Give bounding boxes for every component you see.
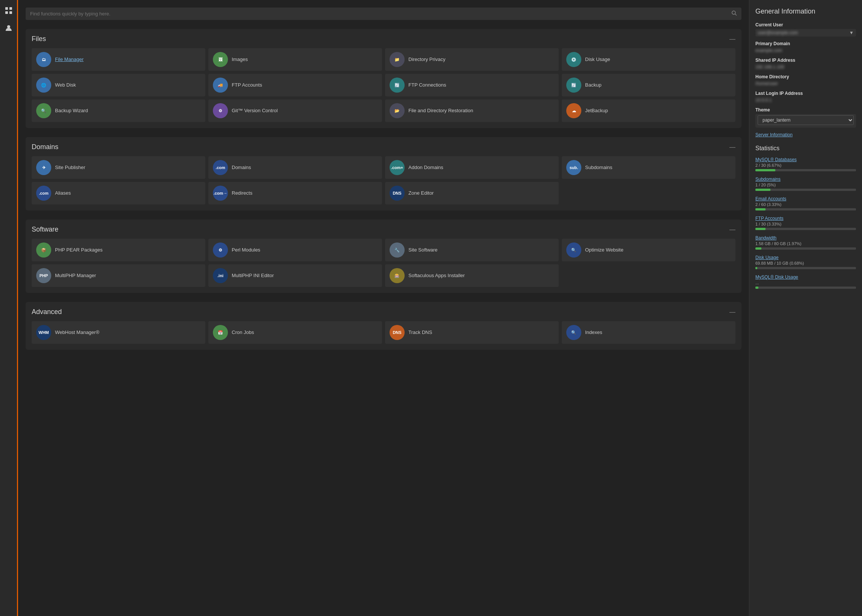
section-header-software: Software— [32, 226, 735, 233]
grid-item-images[interactable]: 🖼Images [208, 48, 382, 71]
grid-item-track-dns[interactable]: DNSTrack DNS [385, 321, 559, 344]
grid-item-web-disk[interactable]: 🌐Web Disk [32, 74, 205, 96]
grid-item-jetbackup[interactable]: ☁JetBackup [562, 99, 735, 122]
multiphp-manager-label: MultiPHP Manager [55, 273, 96, 279]
collapse-icon-domains[interactable]: — [730, 144, 735, 151]
section-title-domains: Domains [32, 143, 58, 151]
svg-rect-0 [5, 7, 8, 10]
multiphp-ini-label: MultiPHP INI Editor [232, 273, 274, 279]
stat-link-bandwidth[interactable]: Bandwidth [755, 235, 856, 240]
images-icon: 🖼 [213, 52, 228, 67]
collapse-icon-files[interactable]: — [730, 36, 735, 42]
grid-item-ftp-accounts[interactable]: 🚚FTP Accounts [208, 74, 382, 96]
theme-select[interactable]: paper_lantern [758, 115, 854, 125]
items-grid-software: 📦PHP PEAR Packages⚙Perl Modules🔧Site Sof… [32, 239, 735, 287]
grid-item-file-manager[interactable]: 🗂File Manager [32, 48, 205, 71]
perl-modules-icon: ⚙ [213, 242, 228, 258]
grid-item-multiphp-manager[interactable]: PHPMultiPHP Manager [32, 264, 205, 287]
stat-bar-fill-disk-usage [755, 267, 757, 269]
stat-bar-track-subdomains [755, 189, 856, 191]
grid-item-redirects[interactable]: .com→Redirects [208, 182, 382, 204]
collapse-icon-software[interactable]: — [730, 226, 735, 233]
dropdown-arrow-icon[interactable]: ▼ [849, 30, 854, 35]
grid-item-subdomains[interactable]: sub.Subdomains [562, 156, 735, 179]
images-label: Images [232, 57, 248, 63]
collapse-icon-advanced[interactable]: — [730, 309, 735, 316]
stat-link-email-accounts[interactable]: Email Accounts [755, 196, 856, 201]
stat-value-mysql-databases: 2 / 30 (6.67%) [755, 163, 856, 168]
grid-item-directory-privacy[interactable]: 📁Directory Privacy [385, 48, 559, 71]
primary-domain-label: Primary Domain [755, 41, 856, 46]
grid-item-domains[interactable]: .comDomains [208, 156, 382, 179]
server-info-link[interactable]: Server Information [755, 132, 856, 137]
grid-item-perl-modules[interactable]: ⚙Perl Modules [208, 239, 382, 261]
stat-link-mysql-disk-usage[interactable]: MySQL® Disk Usage [755, 275, 856, 280]
grid-item-addon-domains[interactable]: .com+Addon Domains [385, 156, 559, 179]
grid-item-ftp-connections[interactable]: 🔄FTP Connections [385, 74, 559, 96]
grid-item-indexes[interactable]: 🔍Indexes [562, 321, 735, 344]
site-publisher-label: Site Publisher [55, 165, 85, 171]
stat-link-disk-usage[interactable]: Disk Usage [755, 255, 856, 260]
section-header-domains: Domains— [32, 143, 735, 151]
shared-ip-value: 192.168.1.100 [755, 64, 856, 70]
search-input[interactable] [30, 11, 732, 17]
file-directory-restoration-icon: 📂 [389, 103, 405, 118]
jetbackup-label: JetBackup [585, 108, 608, 114]
grid-item-site-publisher[interactable]: ✈Site Publisher [32, 156, 205, 179]
section-advanced: Advanced—WHMWebHost Manager®📅Cron JobsDN… [25, 302, 741, 350]
grid-item-git-version-control[interactable]: ⚙Git™ Version Control [208, 99, 382, 122]
grid-item-multiphp-ini[interactable]: .iniMultiPHP INI Editor [208, 264, 382, 287]
section-title-files: Files [32, 35, 46, 43]
home-directory-value: /home/user [755, 81, 856, 86]
theme-label: Theme [755, 107, 856, 113]
track-dns-icon: DNS [389, 325, 405, 340]
grid-nav-icon[interactable] [2, 4, 16, 17]
right-panel: General Information Current User user@ex… [749, 0, 862, 616]
stat-bar-track-mysql-databases [755, 169, 856, 171]
grid-item-backup[interactable]: 🔄Backup [562, 74, 735, 96]
grid-item-whm[interactable]: WHMWebHost Manager® [32, 321, 205, 344]
svg-rect-3 [9, 11, 12, 14]
grid-item-site-software[interactable]: 🔧Site Software [385, 239, 559, 261]
git-version-control-icon: ⚙ [213, 103, 228, 118]
main-content: Files—🗂File Manager🖼Images📁Directory Pri… [18, 0, 749, 616]
stat-bar-fill-subdomains [755, 189, 771, 191]
multiphp-ini-icon: .ini [213, 268, 228, 283]
stat-item-mysql-disk-usage: MySQL® Disk Usage... [755, 275, 856, 289]
grid-item-optimize-website[interactable]: 🔍Optimize Website [562, 239, 735, 261]
grid-item-zone-editor[interactable]: DNSZone Editor [385, 182, 559, 204]
current-user-label: Current User [755, 22, 856, 27]
grid-item-file-directory-restoration[interactable]: 📂File and Directory Restoration [385, 99, 559, 122]
jetbackup-icon: ☁ [566, 103, 581, 118]
web-disk-label: Web Disk [55, 82, 76, 88]
last-login-value: 10.0.0.1 [755, 97, 856, 103]
grid-item-softaculous[interactable]: 🎰Softaculous Apps Installer [385, 264, 559, 287]
stat-link-subdomains[interactable]: Subdomains [755, 177, 856, 182]
grid-item-cron-jobs[interactable]: 📅Cron Jobs [208, 321, 382, 344]
svg-point-5 [732, 11, 735, 14]
grid-item-disk-usage[interactable]: 💿Disk Usage [562, 48, 735, 71]
domains-label: Domains [232, 165, 251, 171]
section-header-advanced: Advanced— [32, 308, 735, 316]
stat-bar-fill-bandwidth [755, 247, 761, 250]
stat-item-bandwidth: Bandwidth1.58 GB / 80 GB (1.97%) [755, 235, 856, 250]
indexes-label: Indexes [585, 330, 602, 336]
grid-item-backup-wizard[interactable]: 🔍Backup Wizard [32, 99, 205, 122]
sections-container: Files—🗂File Manager🖼Images📁Directory Pri… [25, 29, 741, 350]
svg-point-4 [7, 25, 10, 28]
user-nav-icon[interactable] [2, 21, 16, 35]
softaculous-label: Softaculous Apps Installer [408, 273, 465, 279]
softaculous-icon: 🎰 [389, 268, 405, 283]
grid-item-php-pear[interactable]: 📦PHP PEAR Packages [32, 239, 205, 261]
stat-item-ftp-accounts: FTP Accounts1 / 30 (3.33%) [755, 216, 856, 230]
subdomains-label: Subdomains [585, 165, 612, 171]
sidebar [0, 0, 18, 616]
stat-link-mysql-databases[interactable]: MySQL® Databases [755, 157, 856, 162]
backup-label: Backup [585, 82, 601, 88]
grid-item-aliases[interactable]: .comAliases [32, 182, 205, 204]
stats-container: MySQL® Databases2 / 30 (6.67%)Subdomains… [755, 157, 856, 289]
ftp-accounts-label: FTP Accounts [232, 82, 262, 88]
backup-wizard-label: Backup Wizard [55, 108, 88, 114]
stat-link-ftp-accounts[interactable]: FTP Accounts [755, 216, 856, 221]
section-software: Software—📦PHP PEAR Packages⚙Perl Modules… [25, 220, 741, 293]
